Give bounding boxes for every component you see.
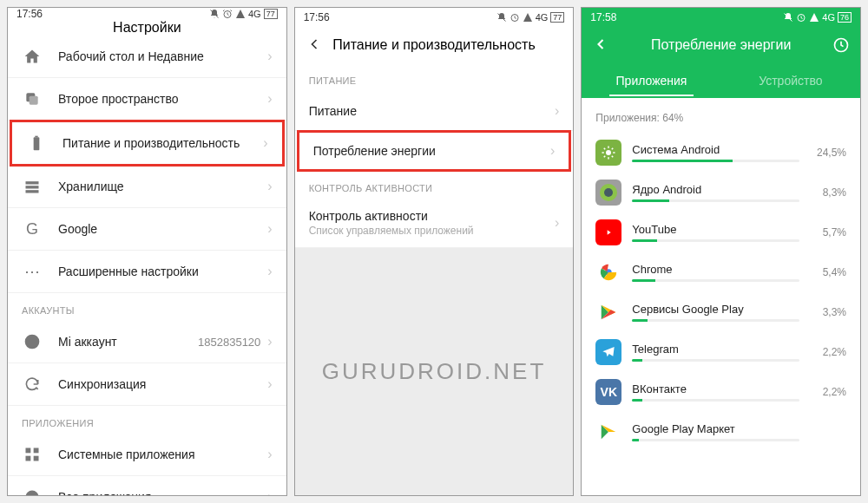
- row-system-apps[interactable]: Системные приложения ›: [8, 434, 286, 476]
- row-energy-consumption[interactable]: Потребление энергии ›: [297, 130, 572, 172]
- app-row[interactable]: YouTube 5,7%: [582, 212, 860, 252]
- app-row[interactable]: Сервисы Google Play 3,3%: [582, 292, 860, 332]
- empty-area: GURUDROID.NET: [295, 248, 574, 495]
- grid-icon: [22, 444, 43, 465]
- chevron-right-icon: ›: [267, 334, 272, 349]
- usage-bar: [632, 239, 799, 242]
- svg-point-19: [604, 188, 613, 197]
- app-name: Telegram: [632, 343, 799, 356]
- mute-icon: [209, 9, 220, 19]
- app-name: YouTube: [632, 223, 799, 236]
- app-info: Система Android: [632, 143, 799, 162]
- app-name: Ядро Android: [632, 183, 799, 196]
- app-pct: 8,3%: [810, 186, 846, 199]
- svg-point-17: [606, 150, 611, 155]
- signal-icon: [235, 9, 246, 19]
- clock-time: 17:56: [304, 11, 330, 23]
- row-activity-control[interactable]: Контроль активности Список управляемых п…: [295, 199, 574, 248]
- app-name: Сервисы Google Play: [632, 303, 799, 316]
- app-list[interactable]: Система Android 24,5% Ядро Android 8,3% …: [582, 133, 860, 495]
- chevron-right-icon: ›: [263, 135, 267, 151]
- app-icon: [595, 180, 621, 206]
- chevron-right-icon: ›: [555, 103, 559, 119]
- usage-bar: [632, 160, 799, 162]
- apps-pct-header: Приложения: 64%: [582, 98, 860, 133]
- status-icons: 4G 77: [209, 9, 278, 19]
- status-bar: 17:56 4G 77: [295, 8, 574, 27]
- app-name: ВКонтакте: [632, 382, 799, 395]
- row-advanced[interactable]: ⋯ Расширенные настройки ›: [8, 251, 286, 293]
- alarm-icon: [510, 12, 520, 23]
- row-sync[interactable]: Синхронизация ›: [8, 363, 286, 406]
- app-info: ВКонтакте: [632, 382, 799, 402]
- app-row[interactable]: VK ВКонтакте 2,2%: [582, 372, 860, 412]
- usage-bar: [632, 359, 799, 362]
- row-second-space[interactable]: Второе пространство ›: [8, 78, 286, 121]
- row-mi-account[interactable]: Mi аккаунт 1852835120 ›: [8, 321, 286, 363]
- app-info: Google Play Маркет: [632, 422, 799, 441]
- screen-settings: 17:56 4G 77 Настройки Рабочий стол и Нед…: [7, 7, 287, 496]
- chevron-right-icon: ›: [267, 179, 272, 194]
- chevron-right-icon: ›: [267, 221, 272, 237]
- app-icon: [595, 339, 621, 365]
- app-row[interactable]: Google Play Маркет: [582, 412, 860, 452]
- app-pct: 5,4%: [810, 266, 846, 278]
- google-icon: G: [22, 219, 43, 239]
- svg-rect-6: [26, 186, 39, 188]
- chevron-right-icon: ›: [267, 376, 272, 392]
- usage-bar: [632, 279, 799, 282]
- dots-icon: ⋯: [22, 261, 43, 282]
- tabs: Приложения Устройство: [582, 63, 860, 98]
- back-button[interactable]: [592, 36, 609, 56]
- row-desktop-recent[interactable]: Рабочий стол и Недавние ›: [8, 36, 286, 78]
- app-name: Система Android: [632, 143, 799, 156]
- row-storage[interactable]: Хранилище ›: [8, 166, 286, 208]
- page-title: Питание и производительность: [295, 27, 574, 63]
- row-power-performance[interactable]: Питание и производительность ›: [10, 120, 285, 167]
- battery-pct: 77: [550, 12, 564, 23]
- svg-rect-2: [30, 96, 38, 105]
- app-icon: [595, 419, 621, 445]
- copy-icon: [22, 88, 43, 109]
- app-row[interactable]: Система Android 24,5%: [582, 133, 860, 173]
- app-row[interactable]: Ядро Android 8,3%: [582, 173, 860, 212]
- section-accounts: АККАУНТЫ: [8, 293, 286, 321]
- clock-time: 17:56: [16, 8, 43, 20]
- watermark: GURUDROID.NET: [322, 358, 547, 385]
- app-info: Ядро Android: [632, 183, 799, 202]
- mute-icon: [783, 12, 793, 23]
- app-name: Google Play Маркет: [632, 422, 799, 435]
- battery-pct: 76: [838, 12, 852, 23]
- app-row[interactable]: Telegram 2,2%: [582, 332, 860, 372]
- app-info: YouTube: [632, 223, 799, 242]
- usage-bar: [632, 319, 799, 322]
- network-label: 4G: [822, 12, 835, 23]
- app-pct: 2,2%: [810, 346, 846, 358]
- section-power: ПИТАНИЕ: [295, 63, 574, 91]
- svg-rect-10: [34, 448, 39, 454]
- usage-bar: [632, 399, 799, 402]
- back-button[interactable]: [306, 36, 323, 56]
- history-button[interactable]: [832, 36, 850, 57]
- section-apps: ПРИЛОЖЕНИЯ: [8, 406, 286, 434]
- sync-icon: [22, 374, 43, 395]
- clock-time: 17:58: [590, 11, 616, 23]
- app-row[interactable]: Chrome 5,4%: [582, 252, 860, 292]
- chevron-right-icon: ›: [267, 91, 272, 107]
- svg-rect-11: [26, 456, 31, 461]
- row-power[interactable]: Питание ›: [295, 91, 574, 131]
- status-icons: 4G 77: [496, 12, 565, 23]
- svg-point-8: [25, 335, 40, 349]
- row-all-apps[interactable]: Все приложения ›: [8, 476, 286, 496]
- app-info: Сервисы Google Play: [632, 303, 799, 322]
- tab-device[interactable]: Устройство: [721, 65, 860, 96]
- network-label: 4G: [248, 9, 261, 19]
- app-icon: [595, 299, 621, 325]
- row-google[interactable]: G Google ›: [8, 208, 286, 251]
- tab-apps[interactable]: Приложения: [582, 65, 720, 96]
- home-icon: [22, 46, 43, 67]
- battery-icon: [26, 133, 47, 154]
- page-title: Настройки: [8, 20, 286, 36]
- app-pct: 5,7%: [810, 226, 846, 238]
- status-icons: 4G 76: [783, 12, 852, 23]
